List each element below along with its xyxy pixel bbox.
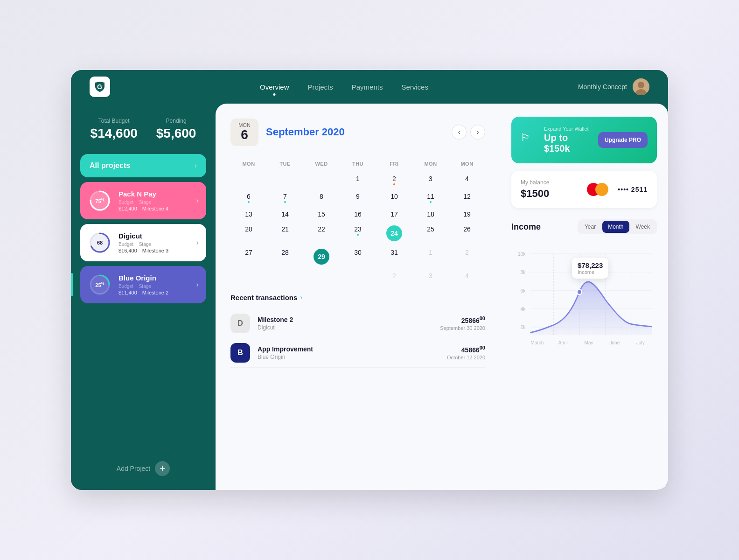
cal-day-25[interactable]: 25: [412, 223, 449, 244]
pack-n-pay-meta: Budget Stage: [119, 200, 190, 205]
project-card-all[interactable]: All projects ›: [80, 154, 206, 177]
transaction-milestone-amount: 2586600: [440, 315, 485, 324]
transactions-header[interactable]: Recent transactions ›: [230, 294, 485, 301]
blue-origin-title: Blue Origin: [119, 274, 190, 282]
digicut-detail: $16,400 Milestone 3: [119, 248, 190, 253]
flag-icon: 🏳: [521, 132, 537, 148]
mastercard-logo: [587, 183, 608, 196]
user-avatar[interactable]: [633, 78, 649, 95]
nav-payments[interactable]: Payments: [352, 81, 383, 93]
cal-day-14[interactable]: 14: [267, 208, 303, 221]
balance-label: My balance: [521, 179, 578, 186]
budget-section: Total Budget $14,600 Pending $5,600: [80, 118, 206, 141]
cal-day-11[interactable]: 11: [412, 190, 449, 206]
transaction-milestone-amount-section: 2586600 September 30 2020: [440, 315, 485, 331]
cal-day-3-oct[interactable]: 3: [412, 269, 449, 282]
cal-day-6[interactable]: 6: [230, 190, 267, 206]
cal-day-12[interactable]: 12: [449, 190, 485, 206]
cal-day-21[interactable]: 21: [267, 223, 303, 244]
progress-blue-origin: 25%: [88, 273, 112, 297]
transaction-milestone-name: Milestone 2: [258, 316, 432, 323]
cal-next-btn[interactable]: ›: [470, 125, 485, 140]
total-budget-label: Total Budget: [91, 118, 138, 124]
svg-text:May: May: [585, 340, 594, 345]
cal-day-4-oct[interactable]: 4: [449, 269, 485, 282]
cal-week-2: 6 7 8 9 10 11 12: [230, 190, 485, 206]
cal-day-16[interactable]: 16: [340, 208, 376, 221]
top-nav: G Overview Projects Payments Services Mo…: [71, 70, 668, 104]
cal-day-26[interactable]: 26: [449, 223, 485, 244]
nav-projects[interactable]: Projects: [308, 81, 333, 93]
project-card-digicut[interactable]: 68 Digicut Budget Stage $16,400 Mileston…: [80, 224, 206, 261]
svg-text:6k: 6k: [521, 288, 526, 293]
cal-day-4[interactable]: 4: [449, 172, 485, 188]
tab-week[interactable]: Week: [630, 221, 655, 233]
cal-week-1: 1 2 3 4: [230, 172, 485, 188]
cal-header-row: MON TUE WED THU FRI MON MON: [230, 157, 485, 170]
blue-origin-detail: $11,400 Milestone 2: [119, 290, 190, 295]
balance-value: $1500: [521, 188, 578, 200]
cal-day-2-next[interactable]: 2: [449, 246, 485, 267]
budget-meta-label: Budget: [119, 284, 133, 289]
cal-day-15[interactable]: 15: [303, 208, 340, 221]
pending-value: $5,600: [156, 126, 196, 141]
progress-value: 25%: [95, 281, 104, 288]
tab-month[interactable]: Month: [602, 221, 629, 233]
project-card-pack-n-pay[interactable]: 75% Pack N Pay Budget Stage $12,400 Mile…: [80, 182, 206, 219]
transaction-item-app: B App Improvement Blue Origin 4586600 Oc…: [230, 338, 485, 368]
cal-day-27[interactable]: 27: [230, 246, 267, 267]
cal-day-2-oct[interactable]: 2: [376, 269, 412, 282]
cal-header-wed: WED: [303, 157, 340, 170]
cal-day-13[interactable]: 13: [230, 208, 267, 221]
cal-day-10[interactable]: 10: [376, 190, 412, 206]
cal-day-28[interactable]: 28: [267, 246, 303, 267]
cal-day-23[interactable]: 23: [340, 223, 376, 244]
transaction-icon-b: B: [230, 343, 250, 363]
add-project-label: Add Project: [117, 465, 150, 472]
cal-header-thu: THU: [340, 157, 376, 170]
cal-day-31[interactable]: 31: [376, 246, 412, 267]
tab-year[interactable]: Year: [579, 221, 601, 233]
calendar-nav: ‹ ›: [452, 125, 485, 140]
cal-day-29-selected[interactable]: 29: [303, 246, 340, 267]
cal-day-9[interactable]: 9: [340, 190, 376, 206]
add-icon[interactable]: +: [155, 461, 170, 476]
nav-services[interactable]: Services: [401, 81, 428, 93]
cal-day-22[interactable]: 22: [303, 223, 340, 244]
tooltip-value: $78,223: [578, 261, 603, 269]
transaction-app-info: App Improvement Blue Origin: [258, 345, 439, 360]
cal-day-20[interactable]: 20: [230, 223, 267, 244]
svg-text:10k: 10k: [518, 252, 526, 257]
cal-day-1-next[interactable]: 1: [412, 246, 449, 267]
transaction-app-name: App Improvement: [258, 345, 439, 353]
digicut-title: Digicut: [119, 232, 190, 240]
cal-prev-btn[interactable]: ‹: [452, 125, 467, 140]
budget-meta-label: Budget: [119, 242, 133, 247]
svg-point-2: [638, 82, 644, 88]
cal-day-3[interactable]: 3: [412, 172, 449, 188]
cal-day-19[interactable]: 19: [449, 208, 485, 221]
upgrade-pro-button[interactable]: Upgrade PRO: [598, 132, 648, 148]
cal-day-17[interactable]: 17: [376, 208, 412, 221]
cal-header-tue: TUE: [267, 157, 303, 170]
nav-links: Overview Projects Payments Services: [138, 81, 550, 93]
cal-day-30[interactable]: 30: [340, 246, 376, 267]
cal-day-1[interactable]: 1: [340, 172, 376, 188]
cal-day-7[interactable]: 7: [267, 190, 303, 206]
day-num: 6: [237, 128, 252, 142]
svg-point-27: [577, 289, 582, 294]
project-card-blue-origin[interactable]: 25% Blue Origin Budget Stage $11,400 Mil…: [80, 266, 206, 303]
cal-week-3: 13 14 15 16 17 18 19: [230, 208, 485, 221]
cal-day-2[interactable]: 2: [376, 172, 412, 188]
nav-overview[interactable]: Overview: [260, 81, 289, 93]
svg-text:G: G: [97, 83, 102, 91]
cal-day-8[interactable]: 8: [303, 190, 340, 206]
income-title: Income: [511, 222, 578, 232]
cal-day-18[interactable]: 18: [412, 208, 449, 221]
chevron-right-icon: ›: [196, 280, 199, 289]
tooltip-label: Income: [578, 269, 603, 275]
add-project-btn[interactable]: Add Project +: [80, 461, 206, 476]
cal-day-24-today[interactable]: 24: [376, 223, 412, 244]
right-content: Mon 6 September 2020 ‹ › MON TUE WED: [216, 104, 668, 490]
app-logo: G: [90, 77, 110, 97]
